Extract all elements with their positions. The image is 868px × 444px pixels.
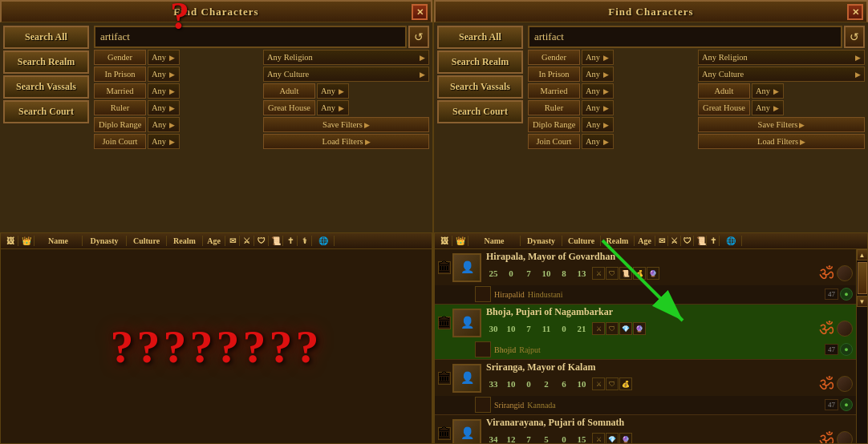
result-main-3[interactable]: 🏛 👤 Viranarayana, Pujari of Somnath 34 1…	[435, 415, 856, 443]
result-stat2-2: 0	[521, 379, 536, 389]
right-column-headers: 🖼 👑 Name Dynasty Culture Realm Age ✉ ⚔ 🛡…	[435, 233, 867, 249]
left-search-realm-button[interactable]: Search Realm	[3, 50, 89, 74]
result-main-2[interactable]: 🏛 👤 Sriranga, Mayor of Kalam 33 10 0 2 6…	[435, 360, 856, 396]
right-filter-adult-dropdown[interactable]: Any▶	[752, 83, 784, 99]
right-results-with-scroll: 🏛 👤 Hirapala, Mayor of Govardhan 25 0 7 …	[435, 249, 867, 443]
left-filter-married-dropdown[interactable]: Any▶	[148, 83, 180, 99]
right-filter-married: Married Any▶	[528, 83, 695, 99]
left-filter-culture-dropdown[interactable]: Any Culture▶	[263, 67, 429, 82]
left-filter-greathouse-label: Great House	[263, 100, 315, 115]
left-load-filters-button[interactable]: Load Filters▶	[263, 134, 429, 149]
right-filter-row-2: In Prison Any▶ Any Culture▶	[528, 67, 865, 82]
left-search-court-button[interactable]: Search Court	[3, 100, 89, 123]
result-rank-icon-1: 🏛	[438, 317, 451, 329]
right-col-culture: Culture	[562, 236, 601, 246]
trait-1-3: 🔮	[633, 322, 646, 335]
result-stat2-0: 7	[521, 268, 536, 278]
result-name-3: Viranarayana, Pujari of Somnath	[486, 417, 853, 429]
result-row-3[interactable]: 🏛 👤 Viranarayana, Pujari of Somnath 34 1…	[435, 415, 856, 443]
left-filter-adult-dropdown[interactable]: Any▶	[317, 83, 349, 99]
right-col-dynasty: Dynasty	[521, 236, 562, 246]
result-level-1: 47	[825, 344, 838, 355]
left-sidebar: Search All Search Realm Search Vassals S…	[0, 22, 92, 232]
result-stats-row-2: 33 10 0 2 6 10 ⚔ 🛡 💰	[486, 373, 853, 394]
result-info-2: Sriranga, Mayor of Kalam 33 10 0 2 6 10 …	[486, 361, 853, 394]
result-main-0[interactable]: 🏛 👤 Hirapala, Mayor of Govardhan 25 0 7 …	[435, 249, 856, 285]
result-row-0[interactable]: 🏛 👤 Hirapala, Mayor of Govardhan 25 0 7 …	[435, 249, 856, 305]
right-col-icon6: 🌐	[720, 236, 742, 246]
left-search-vassals-button[interactable]: Search Vassals	[3, 75, 89, 99]
right-load-filters-button[interactable]: Load Filters▶	[698, 134, 865, 149]
trait-3-1: 💎	[606, 433, 619, 443]
left-search-input[interactable]	[94, 26, 407, 48]
result-rank-icon-2: 🏛	[438, 372, 451, 385]
right-close-button[interactable]: ✕	[847, 4, 863, 20]
right-filter-culture-dropdown[interactable]: Any Culture▶	[698, 67, 865, 82]
result-dynasty-icon-0	[475, 286, 491, 302]
right-scrollbar[interactable]: ▲ ▼	[856, 249, 867, 443]
left-col-icon4: 📜	[269, 236, 283, 246]
left-filter-joincourt: Join Court Any▶	[94, 134, 260, 149]
scroll-thumb[interactable]	[858, 262, 867, 294]
left-filter-gender-dropdown[interactable]: Any▶	[148, 50, 180, 65]
scroll-up-button[interactable]: ▲	[857, 249, 868, 260]
result-row-2[interactable]: 🏛 👤 Sriranga, Mayor of Kalam 33 10 0 2 6…	[435, 360, 856, 415]
right-filter-joincourt: Join Court Any▶	[528, 134, 695, 149]
result-stat3-2: 2	[539, 379, 554, 389]
right-filter-married-dropdown[interactable]: Any▶	[582, 83, 614, 99]
right-filter-religion-dropdown[interactable]: Any Religion▶	[698, 50, 865, 65]
left-save-filters-button[interactable]: Save Filters▶	[263, 117, 429, 132]
result-portrait-small-1	[837, 321, 853, 337]
right-results-area: 🖼 👑 Name Dynasty Culture Realm Age ✉ ⚔ 🛡…	[434, 232, 868, 444]
left-col-realm: Realm	[167, 236, 203, 246]
trait-1-2: 💎	[619, 322, 632, 335]
result-age-3: 34	[486, 434, 501, 443]
left-filter-prison-dropdown[interactable]: Any▶	[148, 67, 180, 82]
result-main-1[interactable]: 🏛 👤 Bhoja, Pujari of Nagambarkar 30 10 7…	[435, 305, 856, 341]
result-avatar-2: 👤	[452, 364, 481, 393]
right-filter-diplorange-dropdown[interactable]: Any▶	[582, 117, 614, 132]
right-search-submit-button[interactable]: ↺	[844, 26, 865, 48]
left-filter-diplorange: Diplo Range Any▶	[94, 117, 260, 132]
left-search-all-button[interactable]: Search All	[3, 26, 89, 49]
result-info-3: Viranarayana, Pujari of Somnath 34 12 7 …	[486, 417, 853, 443]
right-search-realm-button[interactable]: Search Realm	[437, 50, 523, 74]
left-filter-greathouse-dropdown[interactable]: Any▶	[317, 100, 349, 115]
right-search-input[interactable]	[528, 26, 842, 48]
left-filter-culture: Any Culture▶	[263, 67, 429, 82]
left-col-icon5: ✝	[283, 236, 298, 246]
left-filter-diplorange-label: Diplo Range	[94, 117, 146, 132]
left-filter-ruler-dropdown[interactable]: Any▶	[148, 100, 180, 115]
right-save-filters-button[interactable]: Save Filters▶	[698, 117, 865, 132]
right-title: Find Characters	[608, 6, 693, 18]
right-filter-greathouse-dropdown[interactable]: Any▶	[752, 100, 784, 115]
right-search-all-button[interactable]: Search All	[437, 26, 523, 49]
right-filter-gender-dropdown[interactable]: Any▶	[582, 50, 614, 65]
right-filter-prison-dropdown[interactable]: Any▶	[582, 67, 614, 82]
left-search-submit-button[interactable]: ↺	[408, 26, 429, 48]
result-avatar-3: 👤	[452, 419, 481, 444]
left-question-marks-text: ????????	[111, 320, 322, 373]
right-col-icon2: ⚔	[668, 236, 681, 246]
result-stat4-3: 0	[557, 434, 571, 443]
left-filter-joincourt-dropdown[interactable]: Any▶	[148, 134, 180, 149]
right-col-icon3: 🛡	[681, 236, 694, 246]
right-search-vassals-button[interactable]: Search Vassals	[437, 75, 523, 99]
result-info-1: Bhoja, Pujari of Nagambarkar 30 10 7 11 …	[486, 306, 853, 339]
right-filter-joincourt-dropdown[interactable]: Any▶	[582, 134, 614, 149]
result-info-0: Hirapala, Mayor of Govardhan 25 0 7 10 8…	[486, 251, 853, 284]
right-search-court-button[interactable]: Search Court	[437, 100, 523, 123]
trait-0-0: ⚔	[592, 267, 605, 280]
left-filter-prison: In Prison Any▶	[94, 67, 260, 82]
right-find-characters-panel: Find Characters ✕ Search All Search Real…	[434, 0, 868, 444]
right-filter-ruler-dropdown[interactable]: Any▶	[582, 100, 614, 115]
left-filter-religion-dropdown[interactable]: Any Religion▶	[263, 50, 429, 65]
scroll-down-button[interactable]: ▼	[857, 296, 868, 307]
left-filter-married-label: Married	[94, 83, 146, 99]
left-col-rank: 👑	[18, 236, 34, 246]
left-close-button[interactable]: ✕	[412, 4, 428, 20]
result-row-1[interactable]: 🏛 👤 Bhoja, Pujari of Nagambarkar 30 10 7…	[435, 305, 856, 360]
left-filter-adult-label: Adult	[263, 83, 315, 99]
left-title-bar: Find Characters ✕ ?	[0, 0, 432, 22]
left-filter-diplorange-dropdown[interactable]: Any▶	[148, 117, 180, 132]
